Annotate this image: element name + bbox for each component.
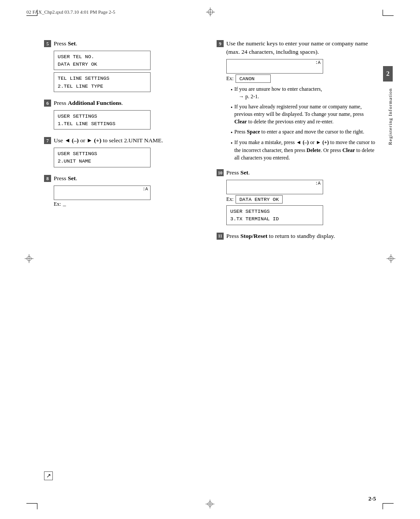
- step-8-input-box: :A: [54, 185, 151, 200]
- bullet-1: • If you are unsure how to enter charact…: [231, 85, 376, 101]
- step-10-input-wrapper: :A: [226, 180, 323, 194]
- step-10-header: 10 Press Set.: [217, 169, 376, 177]
- step-7: 7 Use ◄ (–) or ► (+) to select 2.UNIT NA…: [44, 137, 203, 167]
- step-8-cursor: _: [63, 201, 66, 207]
- step-9-bullets: • If you are unsure how to enter charact…: [231, 85, 376, 162]
- step-10-input-box: :A: [226, 180, 323, 194]
- step-5-lcd1: USER TEL NO. DATA ENTRY OK: [54, 51, 151, 70]
- step-10-number: 10: [217, 169, 224, 176]
- step-7-content: USER SETTINGS 2.UNIT NAME: [54, 148, 203, 167]
- step-9-input-label: :A: [315, 60, 321, 65]
- step-8-input-wrapper: :A: [54, 185, 151, 200]
- step-10-ex-row: Ex: DATA ENTRY OK: [226, 195, 376, 204]
- step-9-ex-label: Ex:: [226, 75, 234, 82]
- step-8-ex-label: Ex:: [54, 201, 61, 208]
- right-column: 9 Use the numeric keys to enter your nam…: [217, 26, 376, 493]
- bullet-1-dot: •: [231, 86, 232, 94]
- bullet-4-dot: •: [231, 140, 232, 147]
- step-10-input-content: [230, 182, 319, 192]
- step-10-lcd1: DATA ENTRY OK: [236, 195, 283, 204]
- corner-bl-v: [37, 503, 37, 509]
- step-9-content: :A Ex: CANON • If you are unsure how to …: [226, 59, 376, 162]
- step-6-header: 6 Press Additional Functions.: [44, 99, 203, 108]
- step-5-content: USER TEL NO. DATA ENTRY OK TEL LINE SETT…: [54, 51, 203, 92]
- step-9-input-content: [230, 61, 319, 71]
- corner-br-h: [383, 503, 394, 504]
- step-9-number: 9: [217, 40, 224, 47]
- step-11-text: Press Stop/Reset to return to standby di…: [226, 232, 335, 241]
- step-5: 5 Press Set. USER TEL NO. DATA ENTRY OK …: [44, 40, 203, 92]
- step-6-content: USER SETTINGS 1.TEL LINE SETTINGS: [54, 110, 203, 130]
- step-7-bold2: ► (+): [87, 137, 101, 144]
- step-5-lcd2: TEL LINE SETTINGS 2.TEL LINE TYPE: [54, 72, 151, 92]
- step-8-ex-row: Ex: _: [54, 201, 203, 208]
- step-11: 11 Press Stop/Reset to return to standby…: [217, 232, 376, 241]
- bullet-3: • Press Space to enter a space and move …: [231, 128, 376, 137]
- step-6: 6 Press Additional Functions. USER SETTI…: [44, 99, 203, 130]
- step-7-bold1: ◄ (–): [64, 137, 78, 144]
- bullet-4-text: If you make a mistake, press ◄ (–) or ► …: [234, 139, 376, 162]
- left-crosshair: [25, 254, 33, 265]
- step-7-number: 7: [44, 137, 51, 144]
- step-11-header: 11 Press Stop/Reset to return to standby…: [217, 232, 376, 241]
- step-10: 10 Press Set. :A Ex: DATA ENTRY OK: [217, 169, 376, 225]
- step-6-lcd1: USER SETTINGS 1.TEL LINE SETTINGS: [54, 110, 151, 130]
- page-number: 2-5: [368, 495, 376, 502]
- step-8-header: 8 Press Set.: [44, 174, 203, 183]
- step-5-number: 5: [44, 40, 51, 47]
- step-6-bold: Additional Functions: [68, 100, 122, 106]
- bullet-2-text: If you have already registered your name…: [234, 103, 376, 126]
- step-5-bold: Set: [68, 40, 76, 47]
- step-9-input-box: :A: [226, 59, 323, 74]
- page-header: 02 FAX_Chp2.qxd 03.7.10 4:01 PM Page 2-5: [26, 8, 394, 16]
- header-crosshair: [206, 8, 214, 16]
- step-10-input-label: :A: [315, 181, 321, 186]
- step-7-lcd1: USER SETTINGS 2.UNIT NAME: [54, 148, 151, 167]
- bottom-arrow-icon: ↗: [44, 471, 53, 480]
- registering-label: Registering Information: [387, 88, 393, 145]
- step-9-ex-row: Ex: CANON: [226, 74, 376, 83]
- step-9-header: 9 Use the numeric keys to enter your nam…: [217, 40, 376, 56]
- step-7-header: 7 Use ◄ (–) or ► (+) to select 2.UNIT NA…: [44, 137, 203, 145]
- step-10-bold: Set: [240, 169, 248, 176]
- step-10-lcd2: USER SETTINGS 3.TX TERMINAL ID: [226, 205, 323, 225]
- step-11-number: 11: [217, 233, 224, 240]
- step-6-number: 6: [44, 100, 51, 107]
- bullet-3-dot: •: [231, 129, 232, 137]
- corner-bl-h: [26, 503, 37, 504]
- step-8-number: 8: [44, 175, 51, 182]
- step-7-text: Use ◄ (–) or ► (+) to select 2.UNIT NAME…: [54, 137, 163, 145]
- bottom-arrow-container: ↗: [44, 471, 53, 480]
- step-8-text: Press Set.: [54, 174, 77, 183]
- bullet-2-dot: •: [231, 104, 232, 111]
- step-8: 8 Press Set. :A Ex: _: [44, 174, 203, 208]
- bullet-2: • If you have already registered your na…: [231, 103, 376, 126]
- step-10-ex-label: Ex:: [226, 196, 234, 203]
- step-8-input-content: [58, 188, 147, 198]
- right-crosshair: [387, 254, 395, 265]
- bullet-1-text: If you are unsure how to enter character…: [234, 85, 322, 101]
- chapter-tab: 2: [383, 66, 393, 82]
- step-8-input-label: :A: [143, 187, 148, 192]
- step-10-text: Press Set.: [226, 169, 250, 177]
- step-5-text: Press Set.: [54, 40, 77, 48]
- bullet-3-text: Press Space to enter a space and move th…: [234, 128, 364, 136]
- step-5-header: 5 Press Set.: [44, 40, 203, 48]
- step-9-example-box: CANON: [236, 74, 271, 83]
- main-content: 5 Press Set. USER TEL NO. DATA ENTRY OK …: [44, 26, 376, 493]
- corner-br-v: [383, 503, 383, 509]
- step-6-text: Press Additional Functions.: [54, 99, 123, 108]
- step-9-input-wrapper: :A: [226, 59, 323, 74]
- step-9-text: Use the numeric keys to enter your name …: [226, 40, 376, 56]
- left-column: 5 Press Set. USER TEL NO. DATA ENTRY OK …: [44, 26, 203, 493]
- file-info: 02 FAX_Chp2.qxd 03.7.10 4:01 PM Page 2-5: [26, 9, 115, 15]
- step-8-bold: Set: [68, 175, 76, 182]
- bottom-crosshair: [206, 500, 214, 510]
- step-8-content: :A Ex: _: [54, 185, 203, 208]
- bullet-4: • If you make a mistake, press ◄ (–) or …: [231, 139, 376, 162]
- step-11-bold: Stop/Reset: [240, 233, 268, 239]
- step-10-content: :A Ex: DATA ENTRY OK USER SETTINGS 3.TX …: [226, 180, 376, 225]
- step-9: 9 Use the numeric keys to enter your nam…: [217, 40, 376, 162]
